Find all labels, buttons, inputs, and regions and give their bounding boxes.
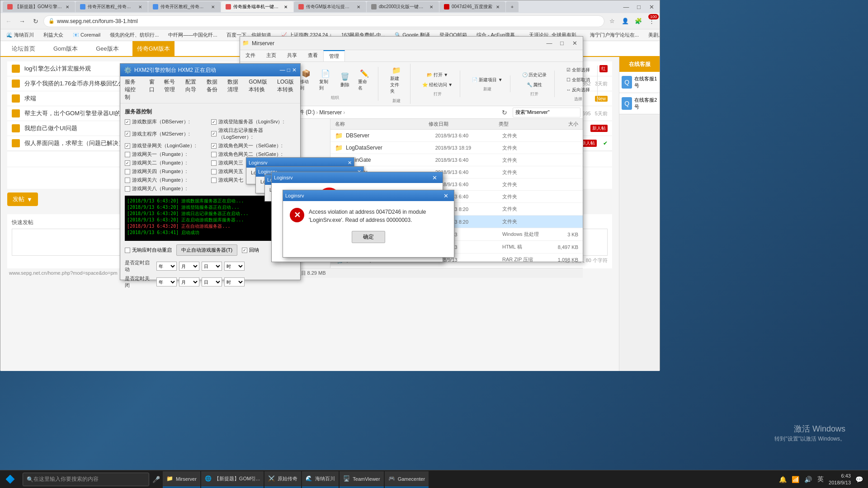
cb-rungate2-box[interactable] xyxy=(125,160,130,166)
hxm2-minimize[interactable]: — xyxy=(280,67,285,73)
properties-btn[interactable]: 🔧 属性 xyxy=(524,80,545,89)
tab-close-4[interactable]: ✕ xyxy=(283,4,289,10)
nav-home[interactable]: 论坛首页 xyxy=(7,41,40,56)
schedule-start-year[interactable]: 年 xyxy=(156,262,177,271)
file-item-logdata[interactable]: 📁 LogDataServer 2018/9/13 18:19 文件夹 xyxy=(330,142,583,154)
confirm-button[interactable]: 确定 xyxy=(352,231,385,243)
new-tab-btn[interactable]: + xyxy=(506,1,519,12)
delete-btn[interactable]: 🗑️ 删除 xyxy=(336,70,354,90)
confirm-cb-item[interactable]: 回纳 xyxy=(242,247,259,253)
browser-maximize[interactable]: □ xyxy=(633,1,645,13)
cb-selgate1-box[interactable] xyxy=(211,143,217,149)
tab-close-5[interactable]: ✕ xyxy=(355,4,362,10)
bookmark-media[interactable]: 美剧,日剧,电影,综艺... xyxy=(645,30,660,40)
cb-rungate2[interactable]: 游戏网关二（Rungate）: xyxy=(125,160,209,166)
cb-rungate1-box[interactable] xyxy=(125,152,130,157)
volume-icon[interactable]: 🔊 xyxy=(803,475,812,484)
cb-m2server[interactable]: 游戏主程序（M2Server）: xyxy=(125,127,209,141)
start-button[interactable] xyxy=(0,470,20,488)
explorer-search-input[interactable] xyxy=(513,108,580,117)
ribbon-tab-view[interactable]: 查看 xyxy=(302,50,323,61)
cb-logingate-box[interactable] xyxy=(125,143,130,149)
browser-tab-3[interactable]: 传奇开区教程_传奇技术... ✕ xyxy=(148,1,221,12)
gm-dialog-close[interactable]: ✕ xyxy=(429,172,440,183)
cb-logserver-box[interactable] xyxy=(211,131,217,136)
ribbon-tab-manage[interactable]: 管理 xyxy=(323,50,345,61)
cb-rungate6-box[interactable] xyxy=(125,178,130,183)
cb-rungate1[interactable]: 游戏网关一（Rungate）: xyxy=(125,151,209,158)
browser-tab-2[interactable]: 传奇开区教程_传奇技术... ✕ xyxy=(75,1,148,12)
extensions-icon[interactable]: 🧩 xyxy=(632,15,644,27)
tab-close-1[interactable]: ✕ xyxy=(64,4,71,10)
cb-rungate5-box[interactable] xyxy=(211,169,217,174)
bookmark-haining[interactable]: 海宁门户海宁论坛在... xyxy=(586,30,642,40)
taskbar-search-bar[interactable]: 🔍 在这里输入你要搜索的内容 xyxy=(23,473,149,486)
easy-access-btn[interactable]: ⭐ 经松访问 ▼ xyxy=(420,80,455,89)
action-center-icon[interactable]: 💬 xyxy=(854,475,863,484)
file-item-logingate[interactable]: 📁 LoginGate 2018/9/13 6:40 文件夹 xyxy=(330,154,583,166)
minimize-btn[interactable]: — xyxy=(543,38,555,49)
loginsrv-1-close[interactable]: ✕ xyxy=(348,160,352,166)
cb-loginsrv-box[interactable] xyxy=(211,119,217,125)
deselect-btn[interactable]: ☐ 全部取消 xyxy=(564,75,593,84)
new-folder-btn[interactable]: 📁 新建文件夹 xyxy=(387,64,406,96)
cb-m2server-box[interactable] xyxy=(125,131,130,136)
cb-selgate1[interactable]: 游戏角色网关一（SelGate）: xyxy=(211,142,296,149)
ribbon-tab-file[interactable]: 文件 xyxy=(240,50,261,61)
cb-dbserver[interactable]: 游戏数据库（DBServer）: xyxy=(125,118,209,125)
cortana-icon[interactable]: 🎤 xyxy=(151,475,160,484)
bookmark-star-icon[interactable]: ☆ xyxy=(606,15,618,27)
copy-to-btn[interactable]: 📄 复制到 xyxy=(316,67,335,93)
menu-config[interactable]: 配置向导 xyxy=(181,76,202,103)
customer-2[interactable]: Q 在线客服2号 xyxy=(619,93,660,114)
explorer-refresh[interactable]: ↻ xyxy=(499,107,510,118)
tab-close-3[interactable]: ✕ xyxy=(210,4,216,10)
nav-back[interactable]: ← xyxy=(3,15,14,27)
nav-refresh[interactable]: ↻ xyxy=(30,15,42,27)
taskbar-app-teamviewer[interactable]: 🖥️ TeamViewer xyxy=(340,471,383,488)
language-icon[interactable]: 英 xyxy=(816,475,825,484)
cb-logserver[interactable]: 游戏日志记录服务器（LogServer）: xyxy=(211,127,296,141)
bookmark-hainabaiahuan[interactable]: 🌊 海纳百川 xyxy=(3,30,38,40)
tab-close-6[interactable]: ✕ xyxy=(428,4,434,10)
list-item[interactable]: 🗜️ (RAR文件2) 2018/9/13 RAR ZIP 压缩 4,476 K… xyxy=(330,266,583,268)
customer-1[interactable]: Q 在线客服1号 xyxy=(619,72,660,93)
notification-icon[interactable]: 🔔 xyxy=(778,475,787,484)
bookmark-liyi[interactable]: 利益大众 xyxy=(40,30,67,40)
open-btn[interactable]: 📂 打开 ▼ xyxy=(424,70,451,80)
cb-rungate8[interactable]: 游戏网关八（Rungate）: xyxy=(125,185,209,192)
browser-tab-6[interactable]: dbc2000汉化版一键自启... ✕ xyxy=(367,1,439,12)
error-close[interactable]: ✕ xyxy=(440,190,452,202)
menu-server-ctrl[interactable]: 服务端控制 xyxy=(120,76,145,103)
menu-gom[interactable]: GOM版本转换 xyxy=(244,76,273,103)
bookmark-zhongxian[interactable]: 中纤网——中国化纤... xyxy=(165,30,221,40)
no-response-restart[interactable]: 无响应时自动重启 xyxy=(125,247,172,253)
schedule-stop-day[interactable]: 日 xyxy=(202,277,222,286)
address-bar[interactable]: 🔓 www.sepg.net.cn/forum-38-1.html xyxy=(43,15,604,27)
cb-selgate2-box[interactable] xyxy=(211,152,217,157)
cb-selgate2[interactable]: 游戏角色网关二（SelGate）: xyxy=(211,151,296,158)
stop-btn[interactable]: 中止自动游戏服务器(T) xyxy=(176,244,237,256)
nav-gm[interactable]: 传奇GM版本 xyxy=(132,41,175,56)
tab-close-7[interactable]: ✕ xyxy=(495,4,501,10)
confirm-cb[interactable] xyxy=(242,248,247,253)
file-item-dbserver[interactable]: 📁 DBServer 2018/9/13 6:40 文件夹 xyxy=(330,130,583,142)
schedule-start-day[interactable]: 日 xyxy=(202,262,222,271)
menu-clean[interactable]: 数据清理 xyxy=(223,76,244,103)
nav-gom[interactable]: Gom版本 xyxy=(49,41,82,56)
schedule-stop-month[interactable]: 月 xyxy=(179,277,199,286)
nav-gee[interactable]: Gee版本 xyxy=(91,41,123,56)
browser-tab-7[interactable]: 0047d246_百度搜索 ✕ xyxy=(439,1,505,12)
browser-tab-4[interactable]: 传奇服务端单机一键架... ✕ xyxy=(221,1,293,12)
menu-backup[interactable]: 数据备份 xyxy=(202,76,223,103)
network-tray-icon[interactable]: 📶 xyxy=(791,475,800,484)
new-item-btn[interactable]: 📄 新建项目 ▼ xyxy=(469,75,505,84)
cb-dbserver-box[interactable] xyxy=(125,119,130,125)
no-response-cb[interactable] xyxy=(125,248,130,253)
hxm2-maximize[interactable]: □ xyxy=(287,67,290,73)
menu-log[interactable]: LOG版本转换 xyxy=(273,76,300,103)
tab-close-2[interactable]: ✕ xyxy=(137,4,143,10)
browser-tab-1[interactable]: 【新提题】GOM引擎攻... ✕ xyxy=(3,1,75,12)
rename-btn[interactable]: ✏️ 重命名 xyxy=(355,67,373,93)
menu-window[interactable]: 窗口 xyxy=(145,76,160,103)
